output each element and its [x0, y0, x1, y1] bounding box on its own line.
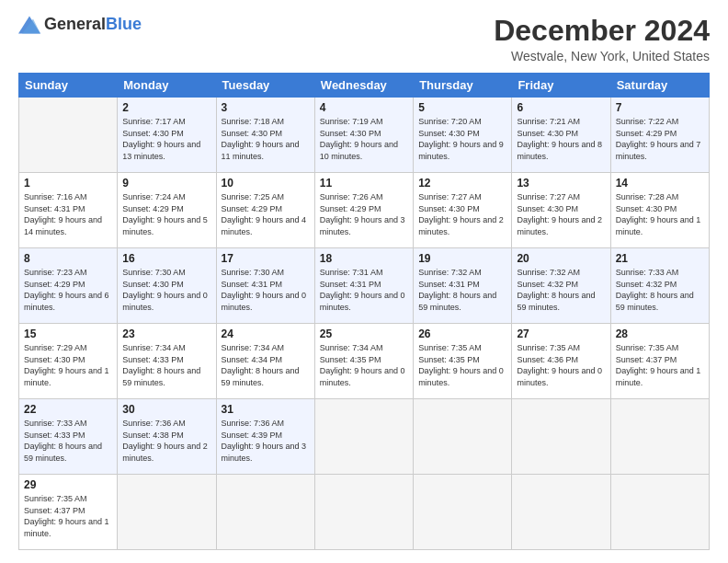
day-number: 28	[616, 327, 704, 340]
day-number: 2	[122, 101, 210, 114]
table-row: 1Sunrise: 7:16 AMSunset: 4:31 PMDaylight…	[19, 173, 118, 248]
col-sunday: Sunday	[19, 74, 118, 98]
day-number: 21	[616, 252, 704, 265]
day-info: Sunrise: 7:29 AMSunset: 4:30 PMDaylight:…	[24, 343, 109, 387]
table-row	[610, 475, 709, 550]
day-number: 7	[616, 101, 704, 114]
location: Westvale, New York, United States	[494, 49, 710, 63]
day-info: Sunrise: 7:24 AMSunset: 4:29 PMDaylight:…	[122, 192, 208, 236]
calendar-table: Sunday Monday Tuesday Wednesday Thursday…	[18, 73, 710, 550]
col-saturday: Saturday	[610, 74, 709, 98]
table-row: 7Sunrise: 7:22 AMSunset: 4:29 PMDaylight…	[610, 98, 709, 173]
day-info: Sunrise: 7:31 AMSunset: 4:31 PMDaylight:…	[320, 268, 405, 312]
table-row	[512, 475, 610, 550]
table-row: 2Sunrise: 7:17 AMSunset: 4:30 PMDaylight…	[118, 98, 216, 173]
day-number: 15	[24, 327, 112, 340]
table-row	[314, 399, 413, 475]
day-info: Sunrise: 7:35 AMSunset: 4:36 PMDaylight:…	[517, 343, 602, 387]
page: GeneralBlue December 2024 Westvale, New …	[0, 0, 728, 561]
day-number: 20	[517, 252, 605, 265]
table-row: 23Sunrise: 7:34 AMSunset: 4:33 PMDayligh…	[118, 324, 216, 399]
table-row: 14Sunrise: 7:28 AMSunset: 4:30 PMDayligh…	[610, 173, 709, 248]
day-number: 31	[222, 403, 310, 416]
table-row: 13Sunrise: 7:27 AMSunset: 4:30 PMDayligh…	[512, 173, 610, 248]
day-number: 16	[122, 252, 210, 265]
col-thursday: Thursday	[414, 74, 512, 98]
day-info: Sunrise: 7:18 AMSunset: 4:30 PMDaylight:…	[222, 117, 300, 161]
day-number: 1	[24, 177, 112, 190]
logo-blue: Blue	[106, 15, 142, 33]
day-info: Sunrise: 7:27 AMSunset: 4:30 PMDaylight:…	[517, 192, 602, 236]
col-wednesday: Wednesday	[314, 74, 413, 98]
day-info: Sunrise: 7:34 AMSunset: 4:34 PMDaylight:…	[222, 343, 300, 387]
table-row: 30Sunrise: 7:36 AMSunset: 4:38 PMDayligh…	[118, 399, 216, 475]
table-row: 31Sunrise: 7:36 AMSunset: 4:39 PMDayligh…	[216, 399, 314, 475]
day-info: Sunrise: 7:36 AMSunset: 4:39 PMDaylight:…	[222, 419, 307, 463]
logo-general: General	[44, 15, 106, 33]
table-row: 20Sunrise: 7:32 AMSunset: 4:32 PMDayligh…	[512, 248, 610, 324]
table-row	[19, 98, 118, 173]
title-block: December 2024 Westvale, New York, United…	[494, 15, 710, 63]
table-row	[610, 399, 709, 475]
table-row: 26Sunrise: 7:35 AMSunset: 4:35 PMDayligh…	[414, 324, 512, 399]
day-number: 26	[418, 327, 506, 340]
day-info: Sunrise: 7:20 AMSunset: 4:30 PMDaylight:…	[418, 117, 504, 161]
table-row: 25Sunrise: 7:34 AMSunset: 4:35 PMDayligh…	[314, 324, 413, 399]
day-info: Sunrise: 7:22 AMSunset: 4:29 PMDaylight:…	[616, 117, 701, 161]
table-row: 6Sunrise: 7:21 AMSunset: 4:30 PMDaylight…	[512, 98, 610, 173]
day-number: 6	[517, 101, 605, 114]
col-friday: Friday	[512, 74, 610, 98]
day-info: Sunrise: 7:21 AMSunset: 4:30 PMDaylight:…	[517, 117, 602, 161]
day-info: Sunrise: 7:35 AMSunset: 4:37 PMDaylight:…	[616, 343, 701, 387]
table-row: 18Sunrise: 7:31 AMSunset: 4:31 PMDayligh…	[314, 248, 413, 324]
logo-icon	[18, 16, 40, 34]
day-info: Sunrise: 7:28 AMSunset: 4:30 PMDaylight:…	[616, 192, 701, 236]
day-info: Sunrise: 7:17 AMSunset: 4:30 PMDaylight:…	[122, 117, 200, 161]
month-title: December 2024	[494, 15, 710, 47]
day-info: Sunrise: 7:32 AMSunset: 4:31 PMDaylight:…	[418, 268, 496, 312]
day-number: 19	[418, 252, 506, 265]
table-row: 8Sunrise: 7:23 AMSunset: 4:29 PMDaylight…	[19, 248, 118, 324]
day-number: 10	[222, 177, 310, 190]
day-number: 11	[320, 177, 408, 190]
day-number: 13	[517, 177, 605, 190]
day-number: 27	[517, 327, 605, 340]
day-number: 18	[320, 252, 408, 265]
day-number: 8	[24, 252, 112, 265]
table-row: 4Sunrise: 7:19 AMSunset: 4:30 PMDaylight…	[314, 98, 413, 173]
day-number: 25	[320, 327, 408, 340]
header: GeneralBlue December 2024 Westvale, New …	[18, 15, 710, 63]
day-info: Sunrise: 7:36 AMSunset: 4:38 PMDaylight:…	[122, 419, 208, 463]
table-row: 27Sunrise: 7:35 AMSunset: 4:36 PMDayligh…	[512, 324, 610, 399]
col-monday: Monday	[118, 74, 216, 98]
table-row: 29Sunrise: 7:35 AMSunset: 4:37 PMDayligh…	[19, 475, 118, 550]
day-info: Sunrise: 7:23 AMSunset: 4:29 PMDaylight:…	[24, 268, 109, 312]
table-row: 22Sunrise: 7:33 AMSunset: 4:33 PMDayligh…	[19, 399, 118, 475]
table-row: 28Sunrise: 7:35 AMSunset: 4:37 PMDayligh…	[610, 324, 709, 399]
day-info: Sunrise: 7:34 AMSunset: 4:33 PMDaylight:…	[122, 343, 200, 387]
table-row	[414, 475, 512, 550]
day-info: Sunrise: 7:35 AMSunset: 4:35 PMDaylight:…	[418, 343, 504, 387]
table-row	[414, 399, 512, 475]
table-row	[314, 475, 413, 550]
day-number: 24	[222, 327, 310, 340]
day-info: Sunrise: 7:19 AMSunset: 4:30 PMDaylight:…	[320, 117, 398, 161]
table-row: 10Sunrise: 7:25 AMSunset: 4:29 PMDayligh…	[216, 173, 314, 248]
col-tuesday: Tuesday	[216, 74, 314, 98]
day-number: 9	[122, 177, 210, 190]
day-info: Sunrise: 7:32 AMSunset: 4:32 PMDaylight:…	[517, 268, 595, 312]
day-info: Sunrise: 7:30 AMSunset: 4:30 PMDaylight:…	[122, 268, 208, 312]
table-row: 5Sunrise: 7:20 AMSunset: 4:30 PMDaylight…	[414, 98, 512, 173]
day-number: 4	[320, 101, 408, 114]
table-row: 17Sunrise: 7:30 AMSunset: 4:31 PMDayligh…	[216, 248, 314, 324]
day-number: 22	[24, 403, 112, 416]
table-row: 9Sunrise: 7:24 AMSunset: 4:29 PMDaylight…	[118, 173, 216, 248]
day-number: 12	[418, 177, 506, 190]
day-info: Sunrise: 7:26 AMSunset: 4:29 PMDaylight:…	[320, 192, 405, 236]
day-number: 30	[122, 403, 210, 416]
day-info: Sunrise: 7:27 AMSunset: 4:30 PMDaylight:…	[418, 192, 504, 236]
day-number: 3	[222, 101, 310, 114]
day-info: Sunrise: 7:33 AMSunset: 4:33 PMDaylight:…	[24, 419, 102, 463]
day-number: 29	[24, 478, 112, 491]
table-row	[512, 399, 610, 475]
